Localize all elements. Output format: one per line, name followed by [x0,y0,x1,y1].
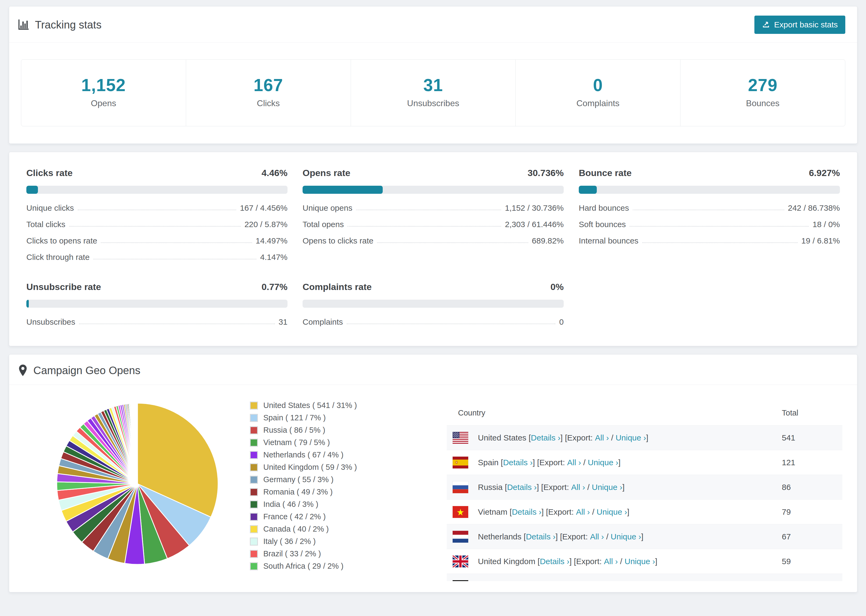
rate-row-label: Unsubscribes [26,317,75,327]
bracket: ] [646,433,648,442]
stat-clicks: 167Clicks [186,60,351,126]
rate-row-value: 689.82% [532,236,564,245]
details-link[interactable]: Details › [531,433,561,442]
export-basic-stats-button[interactable]: Export basic stats [754,16,845,34]
legend-item: Spain ( 121 / 7% ) [250,413,422,422]
geo-table-rows: United States [Details ›] [Export: All ›… [447,425,842,581]
legend-item: France ( 42 / 2% ) [250,512,422,521]
export-unique-link[interactable]: Unique › [588,458,618,467]
slash: / [585,483,592,492]
rate-row: Hard bounces242 / 86.738% [579,203,840,212]
legend-item: Italy ( 36 / 2% ) [250,537,422,546]
tracking-stats-header: Tracking stats Export basic stats [9,6,857,43]
country-column-header: Country [447,409,767,417]
stat-value: 279 [680,75,845,95]
dotted-leader [347,324,555,324]
details-link[interactable]: Details › [507,483,537,492]
stat-complaints: 0Complaints [515,60,680,126]
rate-row-label: Total clicks [26,220,65,229]
details-link[interactable]: Details › [503,458,532,467]
rate-progress-bar [26,186,288,194]
legend-label: Italy ( 36 / 2% ) [263,537,316,546]
rate-progress-bar [579,186,840,194]
rate-row-label: Unique clicks [26,203,74,212]
legend-swatch [250,426,258,434]
details-link[interactable]: Details › [526,532,555,541]
table-row-es: Spain [Details ›] [Export: All › / Uniqu… [447,450,842,475]
rate-row: Complaints0 [302,317,564,327]
rate-row: Clicks to opens rate14.497% [26,236,288,245]
legend-label: Romania ( 49 / 3% ) [263,487,333,497]
bracket: [ [529,433,531,442]
export-unique-link[interactable]: Unique › [592,483,622,492]
geo-content: United States ( 541 / 31% )Spain ( 121 /… [9,385,857,581]
export-unique-link[interactable]: Unique › [625,557,655,566]
rate-panel-value: 4.46% [262,168,288,178]
geo-pie-chart [24,401,221,581]
ru-flag-icon [453,481,468,493]
stat-label: Opens [21,98,186,108]
campaign-geo-opens-card: Campaign Geo Opens United States ( 541 /… [9,354,857,592]
rate-progress-bar [26,300,288,308]
country-name: United Kingdom [478,557,538,566]
export-all-link[interactable]: All › [576,508,590,517]
country-name: Spain [478,458,501,467]
legend-swatch [250,414,258,422]
total-cell: 121 [767,458,842,467]
pie-slice-small-59 [137,403,137,484]
dotted-leader [79,324,275,324]
rate-row-value: 4.147% [260,253,288,262]
export-icon [762,21,770,29]
dotted-leader [377,242,528,243]
legend-label: Vietnam ( 79 / 5% ) [263,438,330,447]
geo-title: Campaign Geo Opens [33,365,140,377]
export-unique-link[interactable]: Unique › [611,532,641,541]
country-cell: Germany [Details ›] [Export: All › / Uni… [447,580,767,581]
stat-bounces: 279Bounces [680,60,845,126]
bracket: [ [501,458,503,467]
bracket: ] [622,483,625,492]
rate-row: Unique opens1,152 / 30.736% [302,203,564,212]
bracket: ] [627,508,629,517]
bracket: [ [510,508,512,517]
export-all-link[interactable]: All › [567,458,581,467]
export-all-link[interactable]: All › [571,483,585,492]
legend-item: Russia ( 86 / 5% ) [250,426,422,435]
slash: / [609,433,616,442]
details-link[interactable]: Details › [540,557,569,566]
rate-row: Total opens2,303 / 61.446% [302,220,564,229]
export-unique-link[interactable]: Unique › [616,433,646,442]
slash: / [581,458,588,467]
export-all-link[interactable]: All › [604,557,618,566]
legend-label: United States ( 541 / 31% ) [263,401,357,410]
bracket: ] [641,532,643,541]
legend-swatch [250,451,258,459]
export-all-link[interactable]: All › [590,532,604,541]
details-link[interactable]: Details › [512,508,542,517]
table-row-vn: Vietnam [Details ›] [Export: All › / Uni… [447,499,842,524]
rate-row: Unsubscribes31 [26,317,288,327]
legend-swatch [250,464,258,471]
pie-legend: United States ( 541 / 31% )Spain ( 121 /… [250,401,422,581]
export-prefix: ] [Export: [537,483,571,492]
total-cell: 86 [767,483,842,492]
page-title: Tracking stats [35,19,101,31]
stat-label: Bounces [680,98,845,108]
rate-row-label: Click through rate [26,253,90,262]
rate-panel-title: Unsubscribe rate [26,282,101,292]
table-row-de: Germany [Details ›] [Export: All › / Uni… [447,574,842,581]
legend-swatch [250,513,258,521]
stat-value: 31 [351,75,516,95]
rate-panel-title: Opens rate [302,168,350,178]
export-all-link[interactable]: All › [595,433,609,442]
total-cell: 67 [767,532,842,541]
rate-progress-bar [302,300,564,308]
stat-label: Unsubscribes [351,98,516,108]
export-unique-link[interactable]: Unique › [597,508,627,517]
rate-row-value: 0 [559,317,564,327]
rate-panel-unsubscribe-rate: Unsubscribe rate0.77%Unsubscribes31 [26,282,288,327]
es-flag-icon [453,457,468,468]
legend-label: Netherlands ( 67 / 4% ) [263,451,343,459]
dotted-leader [93,259,256,259]
rates-grid: Clicks rate4.46%Unique clicks167 / 4.456… [9,152,857,346]
